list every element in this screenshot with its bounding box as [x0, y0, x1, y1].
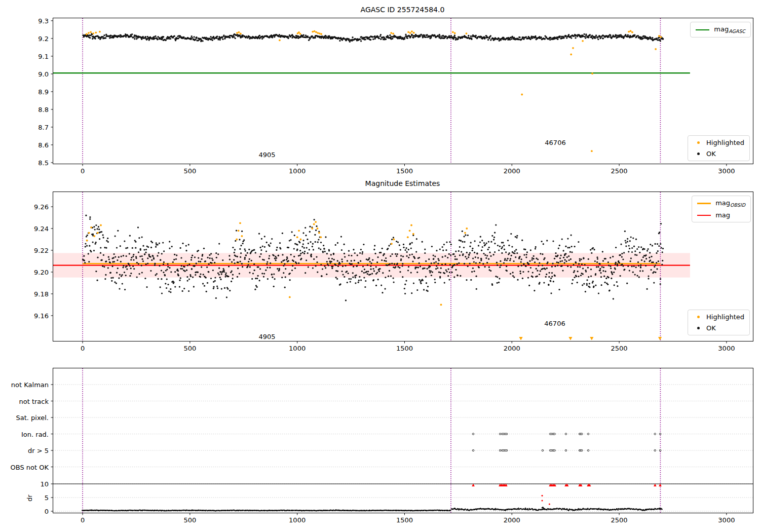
plot-canvas — [53, 192, 753, 341]
x-tick-label: 2500 — [611, 516, 628, 524]
y-tick-label: 9.0 — [38, 70, 49, 78]
x-tick-label: 0 — [81, 345, 85, 352]
plot2-line-legend: magOBSID mag — [692, 196, 751, 222]
legend-label-mag-agasc: magAGASC — [714, 25, 745, 34]
x-tick-label: 0 — [81, 167, 85, 175]
legend-label-ok: OK — [706, 150, 716, 158]
legend-row-highlighted: Highlighted — [693, 139, 744, 146]
plot2-title: Magnitude Estimates — [53, 179, 752, 187]
x-tick-label: 1500 — [396, 516, 413, 524]
black-dot-icon — [697, 327, 700, 329]
legend-row-mag: mag — [697, 211, 745, 219]
x-tick-label: 500 — [183, 516, 196, 524]
x-tick-label: 1500 — [396, 167, 413, 175]
x-tick-label: 2500 — [611, 345, 628, 352]
legend-row-mag-obsid: magOBSID — [697, 199, 745, 208]
flag-category-label: Ion. rad. — [21, 430, 49, 438]
plot2-scatter-legend: Highlighted OK — [688, 310, 750, 335]
flag-category-label: not Kalman — [11, 381, 49, 389]
y-tick-label: 9.26 — [34, 203, 49, 211]
black-dot-icon — [697, 153, 700, 155]
annotation-obsid-46706: 46706 — [544, 320, 565, 327]
legend-row-mag-agasc: magAGASC — [696, 25, 745, 34]
x-tick-label: 3000 — [718, 345, 735, 352]
annotation-obsid-4905: 4905 — [258, 333, 275, 340]
red-line-swatch — [697, 215, 711, 216]
x-tick-label: 1000 — [289, 516, 306, 524]
plot2-axes: 4905 46706 magOBSID mag Highlighted OK — [53, 192, 753, 341]
dr-trace-points — [82, 507, 663, 512]
y-tick-label: 8.7 — [38, 123, 49, 131]
x-tick-label: 1000 — [289, 167, 306, 175]
y-tick-label: 9.3 — [38, 17, 49, 24]
flag-category-label: OBS not OK — [11, 463, 49, 471]
figure: AGASC ID 255724584.0 4905 46706 magAGASC… — [0, 0, 760, 532]
ok-points — [82, 33, 664, 43]
ion-rad-flag-points — [472, 433, 661, 435]
legend-label-mag-obsid: magOBSID — [715, 199, 745, 208]
y-tick-label: 9.16 — [34, 312, 49, 319]
y-tick-label: 8.8 — [38, 105, 49, 113]
dr-tick-label: 5 — [45, 494, 49, 502]
dr-axis-label: dr — [26, 495, 33, 502]
plot-canvas — [53, 18, 753, 164]
dr-gt5-flag-points — [472, 449, 661, 451]
annotation-obsid-46706: 46706 — [545, 139, 565, 146]
flag-category-label: Sat. pixel. — [16, 414, 49, 422]
x-tick-label: 2000 — [504, 516, 520, 524]
y-tick-label: 9.20 — [34, 268, 49, 276]
dr-tick-label: 0 — [45, 508, 49, 515]
x-tick-label: 2000 — [504, 345, 520, 352]
plot1-line-legend: magAGASC — [690, 22, 751, 37]
clipped-low-triangles — [519, 337, 662, 340]
legend-row-ok: OK — [693, 324, 744, 332]
orange-dot-icon — [697, 316, 700, 318]
y-tick-label: 9.18 — [34, 290, 49, 297]
orange-line-swatch — [697, 203, 711, 204]
flag-category-label: dr > 5 — [28, 447, 49, 454]
x-tick-label: 2000 — [504, 167, 520, 175]
x-tick-label: 3000 — [718, 516, 735, 524]
dr-tick-label: 10 — [40, 480, 49, 488]
legend-label-highlighted: Highlighted — [706, 139, 744, 146]
x-tick-label: 0 — [81, 516, 85, 524]
plot1-axes: 4905 46706 magAGASC Highlighted OK 05001… — [53, 18, 753, 164]
plot3-axes: dr 050010001500200025003000not Kalmannot… — [53, 368, 753, 513]
x-tick-label: 1500 — [396, 345, 413, 352]
y-tick-label: 8.5 — [38, 159, 49, 166]
legend-label-highlighted: Highlighted — [706, 313, 744, 321]
y-tick-label: 9.2 — [38, 34, 49, 42]
annotation-obsid-4905: 4905 — [258, 151, 275, 159]
flag-category-label: not track — [19, 397, 49, 405]
x-tick-label: 500 — [183, 345, 196, 352]
highlighted-points — [86, 30, 662, 152]
plot-canvas — [53, 368, 753, 513]
y-tick-label: 9.1 — [38, 52, 49, 60]
green-line-swatch — [696, 29, 709, 30]
dr-clipped-red-markers — [472, 484, 662, 505]
y-tick-label: 8.9 — [38, 88, 49, 95]
legend-label-mag: mag — [715, 211, 730, 219]
y-tick-label: 9.22 — [34, 246, 49, 254]
x-tick-label: 2500 — [611, 167, 628, 175]
plot1-title: AGASC ID 255724584.0 — [53, 6, 752, 14]
orange-dot-icon — [697, 141, 700, 144]
x-tick-label: 3000 — [718, 167, 735, 175]
x-tick-label: 500 — [183, 167, 196, 175]
plot1-scatter-legend: Highlighted OK — [688, 135, 750, 161]
legend-row-highlighted: Highlighted — [693, 313, 744, 321]
y-tick-label: 8.6 — [38, 141, 49, 148]
x-tick-label: 1000 — [289, 345, 306, 352]
legend-row-ok: OK — [693, 150, 744, 158]
legend-label-ok: OK — [706, 324, 716, 332]
y-tick-label: 9.24 — [34, 224, 49, 232]
